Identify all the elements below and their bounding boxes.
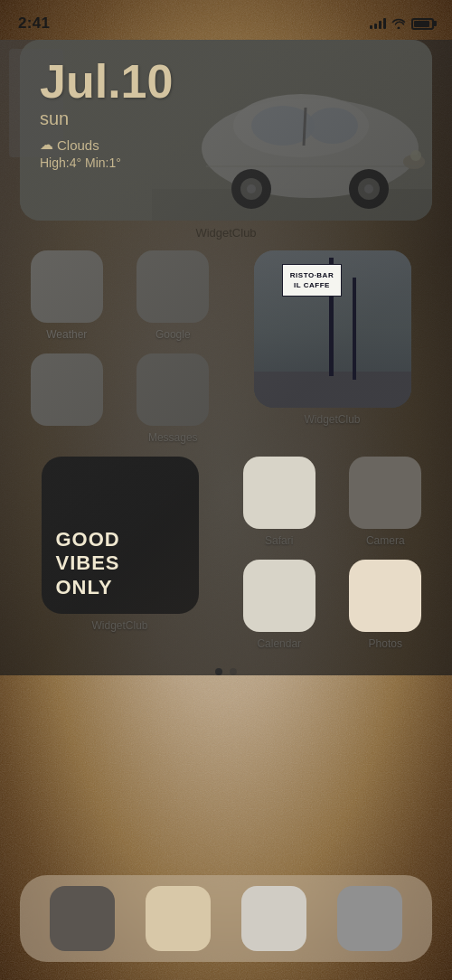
signal-icon (370, 18, 386, 29)
dock-app-1[interactable] (50, 886, 115, 951)
dock-app-3[interactable] (241, 886, 306, 951)
good-vibes-bg: GOODVIBESONLY (42, 457, 199, 614)
good-vibes-widget[interactable]: GOODVIBESONLY WidgetClub (20, 457, 220, 650)
widget-date-text: Jul.10 sun ☁ Clouds High:4° Min:1° (40, 58, 173, 170)
status-bar: 2:41 (0, 0, 452, 40)
app-icon-photos[interactable] (349, 560, 421, 632)
battery-icon (411, 18, 434, 30)
wifi-icon (391, 18, 406, 29)
good-vibes-text: GOODVIBESONLY (56, 528, 120, 599)
app-icon-calendar[interactable] (243, 560, 315, 632)
widget-date: Jul.10 (40, 58, 173, 105)
good-vibes-widget-icon[interactable]: GOODVIBESONLY (42, 457, 199, 614)
status-icons (370, 18, 434, 30)
app-icon-safari[interactable] (243, 457, 315, 529)
dock-app-2[interactable] (146, 886, 211, 951)
home-screen-content: Jul.10 sun ☁ Clouds High:4° Min:1° Widge… (0, 40, 452, 675)
dock (20, 875, 432, 962)
app-grid-section-2: GOODVIBESONLY WidgetClub Safari Camera C… (20, 457, 432, 650)
risto-sign: RISTO·BARIL CAFFE (282, 264, 342, 297)
widget-weather-desc: ☁ Clouds (40, 137, 173, 153)
pole-2 (353, 278, 356, 380)
app-icon-camera[interactable] (349, 457, 421, 529)
dock-app-4[interactable] (337, 886, 402, 951)
status-time: 2:41 (18, 14, 50, 33)
cloud-icon: ☁ (40, 137, 53, 153)
widget-day: sun (40, 108, 173, 129)
widget-temp: High:4° Min:1° (40, 155, 173, 170)
